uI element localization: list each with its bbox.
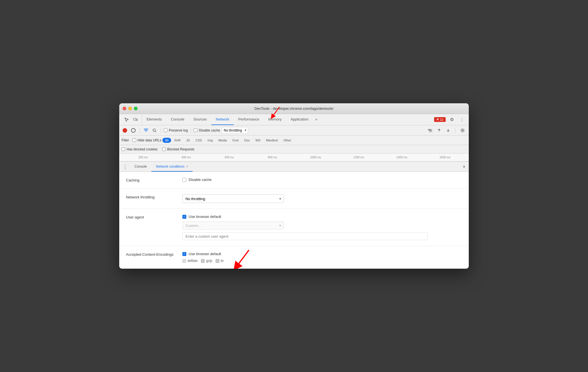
gzip-checkbox[interactable] [201,259,205,263]
bottom-tab-console[interactable]: Console [130,162,151,172]
hide-data-urls-checkbox[interactable]: Hide data URLs [132,138,162,142]
disable-cache-checkbox-box[interactable] [182,178,186,182]
toolbar-separator-3 [191,128,191,133]
clear-button[interactable] [130,127,137,134]
network-throttling-label: Network throttling [126,194,182,199]
filter-type-css[interactable]: CSS [193,138,205,143]
has-blocked-cookies-input[interactable] [121,147,125,151]
inspect-icon[interactable] [123,116,130,123]
upload-icon[interactable] [436,127,443,134]
bottom-tab-network-conditions[interactable]: Network conditions × [151,162,193,172]
tab-application[interactable]: Application [286,114,313,125]
has-blocked-cookies-checkbox[interactable]: Has blocked cookies [121,147,158,151]
filter-type-xhr[interactable]: XHR [172,138,183,143]
blocked-requests-input[interactable] [162,147,166,151]
accepted-encodings-row: Accepted Content-Encodings Use browser d… [119,246,469,269]
blocked-requests-checkbox[interactable]: Blocked Requests [162,147,194,151]
minimize-window-button[interactable] [128,107,132,110]
tab-network[interactable]: Network [211,114,234,125]
filter-type-media[interactable]: Media [216,138,229,143]
tab-console[interactable]: Console [166,114,189,125]
deflate-label: deflate [187,259,198,263]
hide-data-urls-input[interactable] [132,138,136,142]
timeline-ruler: 200 ms 400 ms 600 ms 800 ms 1000 ms 1200… [119,154,469,161]
preserve-log-checkbox[interactable]: Preserve log [164,128,188,132]
window-title: DevTools - developer.chrome.com/tags/dev… [255,106,333,111]
maximize-window-button[interactable] [134,107,138,110]
br-checkbox[interactable] [216,259,219,263]
panel-close-button[interactable]: × [459,162,469,172]
toolbar-separator-4 [455,128,455,133]
svg-rect-0 [134,118,136,120]
bottom-tab-bar: ⋮ Console Network conditions × × [119,162,469,172]
tab-elements[interactable]: Elements [142,114,166,125]
clear-icon [131,128,136,133]
disable-cache-row: Disable cache [182,178,462,182]
tick-1600: 1600 ms [423,156,467,159]
wifi-icon[interactable] [427,127,434,134]
tab-more[interactable]: » [313,114,319,125]
tab-right-actions: ✕ 12 ⚙ ⋮ [431,114,469,125]
filter-type-other[interactable]: Other [281,138,294,143]
encodings-browser-default-checkbox[interactable] [182,252,186,256]
use-browser-default-checkbox[interactable] [182,215,186,219]
deflate-checkbox[interactable] [182,259,186,263]
network-settings-icon[interactable] [459,126,467,134]
disable-cache-checkbox[interactable]: Disable cache [194,128,220,132]
tick-1200: 1200 ms [337,156,380,159]
tick-600: 600 ms [208,156,251,159]
close-window-button[interactable] [123,107,126,110]
user-agent-label: User agent [126,215,182,219]
filter-type-manifest[interactable]: Manifest [264,138,280,143]
encodings-browser-default-label: Use browser default [189,252,221,256]
svg-line-3 [155,131,156,132]
user-agent-control: Use browser default Custom... ▼ [182,215,462,240]
disable-cache-input[interactable] [194,128,197,132]
record-icon [123,128,127,133]
custom-user-agent-input[interactable] [182,232,428,240]
search-button[interactable] [151,127,158,134]
filter-bar: Filter Hide data URLs All XHR JS CSS Img… [119,135,469,145]
svg-rect-1 [136,119,138,121]
error-badge[interactable]: ✕ 12 [434,117,446,122]
use-browser-default-row: Use browser default [182,215,462,219]
filter-type-img[interactable]: Img [205,138,215,143]
settings-icon[interactable]: ⚙ [448,116,456,124]
bottom-tab-close-icon[interactable]: × [186,165,188,169]
bottom-tab-menu-icon[interactable]: ⋮ [120,162,130,172]
network-throttling-select[interactable]: No throttling Fast 3G Slow 3G Offline Ad… [182,194,284,203]
filter-type-ws[interactable]: WS [253,138,263,143]
tick-400: 400 ms [165,156,208,159]
filter-type-font[interactable]: Font [230,138,241,143]
throttling-select[interactable]: No throttling Fast 3G Slow 3G Offline [222,127,248,134]
tick-800: 800 ms [251,156,294,159]
deflate-item: deflate [182,259,198,263]
tab-sources[interactable]: Sources [189,114,211,125]
download-icon[interactable] [445,127,452,134]
use-browser-default-label: Use browser default [189,215,221,219]
tab-performance[interactable]: Performance [234,114,264,125]
user-agent-row: User agent Use browser default Custom...… [119,209,469,246]
titlebar: DevTools - developer.chrome.com/tags/dev… [119,103,469,114]
accepted-encodings-control: Use browser default deflate gzip [182,252,462,263]
svg-point-2 [153,129,156,131]
filter-type-doc[interactable]: Doc [242,138,253,143]
more-options-icon[interactable]: ⋮ [458,116,466,124]
record-button[interactable] [121,127,128,134]
custom-ua-arrow-icon: ▼ [279,224,282,227]
filter-label: Filter [121,138,129,142]
custom-ua-placeholder: Custom... [185,224,201,228]
tab-memory[interactable]: Memory [264,114,286,125]
network-conditions-content: Caching Disable cache Network throttling… [119,172,469,269]
filter-type-all[interactable]: All [162,138,171,143]
tick-200: 200 ms [121,156,165,159]
filter-type-js[interactable]: JS [184,138,193,143]
tab-icon-group [120,114,142,125]
throttling-select-wrapper: No throttling Fast 3G Slow 3G Offline Ad… [182,194,284,203]
toolbar-separator-1 [140,128,140,133]
filter-button[interactable] [143,127,149,134]
preserve-log-input[interactable] [164,128,167,132]
device-toggle-icon[interactable] [132,116,139,123]
custom-ua-select[interactable]: Custom... [182,222,284,229]
caching-control: Disable cache [182,178,462,182]
